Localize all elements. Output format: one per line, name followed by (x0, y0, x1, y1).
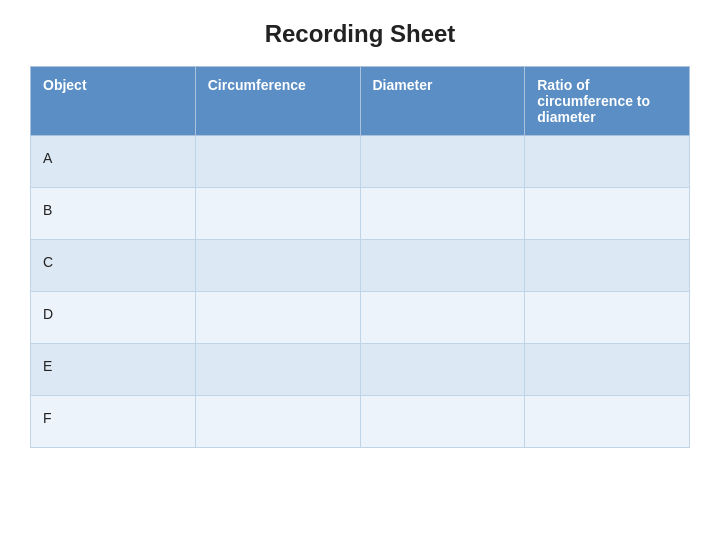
cell-diameter-b (360, 188, 525, 240)
cell-object-e: E (31, 344, 196, 396)
cell-object-f: F (31, 396, 196, 448)
col-header-ratio: Ratio of circumference to diameter (525, 67, 690, 136)
cell-ratio-e (525, 344, 690, 396)
table-row: F (31, 396, 690, 448)
table-row: A (31, 136, 690, 188)
table-row: C (31, 240, 690, 292)
cell-circumference-c (195, 240, 360, 292)
cell-object-c: C (31, 240, 196, 292)
cell-object-a: A (31, 136, 196, 188)
cell-object-b: B (31, 188, 196, 240)
col-header-object: Object (31, 67, 196, 136)
cell-object-d: D (31, 292, 196, 344)
cell-ratio-f (525, 396, 690, 448)
cell-diameter-d (360, 292, 525, 344)
cell-ratio-d (525, 292, 690, 344)
table-header-row: Object Circumference Diameter Ratio of c… (31, 67, 690, 136)
table-row: E (31, 344, 690, 396)
table-row: B (31, 188, 690, 240)
cell-ratio-c (525, 240, 690, 292)
cell-ratio-a (525, 136, 690, 188)
cell-diameter-a (360, 136, 525, 188)
table-row: D (31, 292, 690, 344)
cell-circumference-d (195, 292, 360, 344)
recording-table: Object Circumference Diameter Ratio of c… (30, 66, 690, 448)
cell-circumference-e (195, 344, 360, 396)
cell-circumference-a (195, 136, 360, 188)
cell-circumference-b (195, 188, 360, 240)
page-title: Recording Sheet (265, 20, 456, 48)
cell-diameter-f (360, 396, 525, 448)
cell-diameter-e (360, 344, 525, 396)
cell-diameter-c (360, 240, 525, 292)
col-header-circumference: Circumference (195, 67, 360, 136)
col-header-diameter: Diameter (360, 67, 525, 136)
cell-circumference-f (195, 396, 360, 448)
cell-ratio-b (525, 188, 690, 240)
